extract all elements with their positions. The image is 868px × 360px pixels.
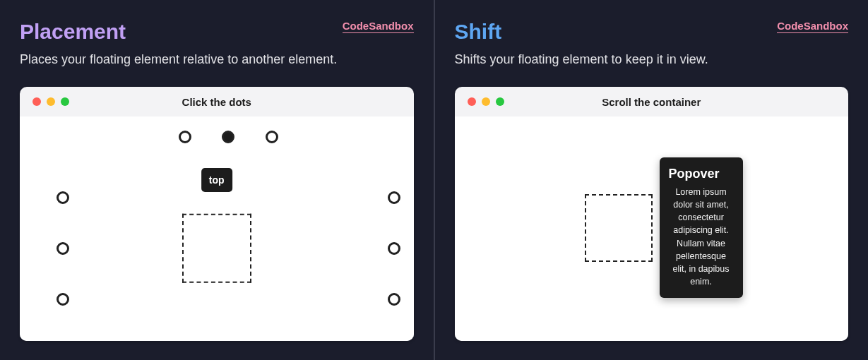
dot-right[interactable] xyxy=(388,242,400,255)
dot-right-start[interactable] xyxy=(388,191,400,204)
reference-box-icon xyxy=(585,194,653,262)
traffic-light-yellow-icon xyxy=(47,97,55,106)
chrome-header-shift: Scroll the container xyxy=(455,87,849,116)
placement-chrome-title: Click the dots xyxy=(20,96,414,108)
shift-chrome-title: Scroll the container xyxy=(455,96,849,108)
placement-title: Placement xyxy=(20,20,126,44)
shift-panel: Shift CodeSandbox Shifts your floating e… xyxy=(435,0,869,360)
placement-subtitle: Places your floating element relative to… xyxy=(20,52,414,67)
shift-header: Shift CodeSandbox xyxy=(455,20,849,44)
shift-subtitle: Shifts your floating element to keep it … xyxy=(455,52,849,67)
traffic-light-yellow-icon xyxy=(482,97,490,106)
dot-top-start[interactable] xyxy=(179,131,191,143)
placement-tooltip: top xyxy=(201,168,232,192)
shift-title: Shift xyxy=(455,20,502,44)
popover-body: Lorem ipsum dolor sit amet, consectetur … xyxy=(669,186,734,288)
placement-chrome: Click the dots top xyxy=(20,87,414,341)
shift-body: Popover Lorem ipsum dolor sit amet, cons… xyxy=(455,116,849,341)
placement-area: top xyxy=(20,116,414,341)
chrome-header-placement: Click the dots xyxy=(20,87,414,116)
shift-scroll-container[interactable]: Popover Lorem ipsum dolor sit amet, cons… xyxy=(455,116,849,341)
traffic-light-red-icon xyxy=(468,97,476,106)
reference-box-icon xyxy=(182,214,251,283)
traffic-light-green-icon xyxy=(496,97,504,106)
codesandbox-link-placement[interactable]: CodeSandbox xyxy=(343,20,414,33)
traffic-light-green-icon xyxy=(61,97,69,106)
dot-top[interactable] xyxy=(222,131,234,143)
popover: Popover Lorem ipsum dolor sit amet, cons… xyxy=(660,157,743,298)
dot-right-end[interactable] xyxy=(388,293,400,306)
dot-top-end[interactable] xyxy=(266,131,278,143)
dot-left-start[interactable] xyxy=(57,191,69,204)
shift-inner: Popover Lorem ipsum dolor sit amet, cons… xyxy=(455,116,849,341)
traffic-light-red-icon xyxy=(32,97,41,106)
shift-chrome: Scroll the container Popover Lorem ipsum… xyxy=(455,87,849,341)
codesandbox-link-shift[interactable]: CodeSandbox xyxy=(777,20,848,33)
popover-title: Popover xyxy=(669,167,734,181)
dot-left-end[interactable] xyxy=(57,293,69,306)
placement-header: Placement CodeSandbox xyxy=(20,20,414,44)
placement-panel: Placement CodeSandbox Places your floati… xyxy=(0,0,435,360)
dot-left[interactable] xyxy=(57,242,69,255)
